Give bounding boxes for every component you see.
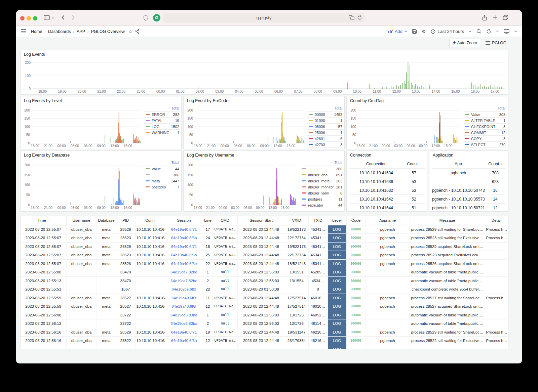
- auto-zoom-button[interactable]: Auto Zoom: [449, 39, 481, 47]
- save-dashboard-icon[interactable]: [412, 29, 417, 34]
- legend-total-header[interactable]: Total: [144, 160, 180, 166]
- legend-item[interactable]: WARNING1: [144, 129, 180, 135]
- refresh-icon[interactable]: [486, 29, 491, 34]
- legend-item[interactable]: LOG1502: [144, 123, 180, 129]
- log-events-chart[interactable]: 010020018:0019:0020:0021:0022:0023:0000:…: [23, 59, 507, 94]
- breadcrumb-app[interactable]: APP: [77, 29, 85, 34]
- new-tab-icon[interactable]: [493, 15, 498, 20]
- legend-item[interactable]: Value44: [144, 166, 180, 172]
- session-link[interactable]: 64e19a40.6f6f: [165, 294, 203, 302]
- column-header[interactable]: App: [432, 162, 485, 166]
- log-column-header[interactable]: Username: [66, 216, 97, 225]
- log-column-header[interactable]: TXID: [308, 216, 328, 225]
- legend-item[interactable]: meta1447: [144, 178, 180, 184]
- legend-item[interactable]: 426016: [307, 135, 343, 141]
- session-link[interactable]: 64e19a40.6f71: [165, 242, 203, 251]
- time-range-picker[interactable]: Last 24 hours: [431, 29, 464, 34]
- legend-item[interactable]: FATAL19: [144, 117, 180, 123]
- share-icon[interactable]: [482, 15, 487, 21]
- add-button[interactable]: Add: [388, 29, 407, 34]
- legend-item[interactable]: 010001: [307, 117, 343, 123]
- legend-item[interactable]: SHOW5: [464, 147, 506, 148]
- log-column-header[interactable]: Code: [346, 216, 366, 225]
- sidebar-chevron-icon[interactable]: [51, 17, 54, 19]
- log-column-header[interactable]: Session: [165, 216, 203, 225]
- by-cmdtag-chart[interactable]: 05010015020018:0021:0000:0003:0006:0009:…: [348, 106, 462, 148]
- legend-total-header[interactable]: Total: [307, 106, 343, 111]
- legend-item[interactable]: ERROR282: [144, 111, 180, 117]
- log-column-header[interactable]: PID: [116, 216, 135, 225]
- column-header-sorted[interactable]: Count ↓: [403, 162, 425, 166]
- legend-item[interactable]: dbuser_view8: [301, 190, 343, 196]
- reload-icon[interactable]: [357, 15, 362, 20]
- translate-icon[interactable]: [349, 15, 354, 20]
- refresh-interval-chevron-icon[interactable]: [496, 30, 499, 33]
- legend-total-header[interactable]: Total: [464, 106, 506, 111]
- legend-item[interactable]: ALTER TABLE1: [464, 117, 506, 123]
- dashboard-settings-icon[interactable]: ⚙: [422, 29, 426, 34]
- legend-item[interactable]: SELECT270: [464, 141, 506, 147]
- session-link[interactable]: 64e19ce3.83ba: [165, 319, 203, 328]
- address-bar[interactable]: g.pigsty: [163, 13, 365, 23]
- favorite-star-icon[interactable]: ☆: [128, 29, 133, 34]
- log-column-header[interactable]: Detail: [485, 216, 508, 225]
- menu-icon[interactable]: [21, 29, 26, 34]
- legend-item[interactable]: 42P011: [307, 147, 343, 148]
- by-username-chart[interactable]: 05010015020018:0021:0000:0003:0006:0009:…: [185, 160, 299, 210]
- session-link[interactable]: 64e102ce.683: [165, 285, 203, 294]
- session-link[interactable]: 64e19a40.6f6e: [165, 259, 203, 268]
- log-column-header[interactable]: CMD: [213, 216, 237, 225]
- column-header-sorted[interactable]: Count ↓: [485, 162, 506, 166]
- forward-button[interactable]: [71, 15, 75, 20]
- session-link[interactable]: 64e19ce3.83ba: [165, 311, 203, 319]
- legend-item[interactable]: dbuser_dba891: [301, 172, 343, 178]
- log-column-header[interactable]: Database: [97, 216, 116, 225]
- legend-item[interactable]: 000001452: [307, 111, 343, 117]
- legend-item[interactable]: postgres7: [144, 184, 180, 190]
- breadcrumb-dashboards[interactable]: Dashboards: [48, 29, 71, 34]
- legend-item[interactable]: dbuser_monitor281: [301, 184, 343, 190]
- session-link[interactable]: 64e19a40.6f6a: [165, 337, 203, 345]
- log-column-header[interactable]: VXID: [285, 216, 308, 225]
- share-dashboard-icon[interactable]: [135, 29, 139, 34]
- zoom-out-icon[interactable]: [476, 29, 482, 34]
- kiosk-mode-icon[interactable]: [504, 29, 509, 34]
- session-link[interactable]: 64e19a40.6f71: [165, 328, 203, 337]
- legend-item[interactable]: CHECKPOINT3: [464, 123, 506, 129]
- legend-item[interactable]: 306: [144, 172, 180, 178]
- legend-item[interactable]: 250061: [307, 129, 343, 135]
- session-link[interactable]: 64e19ca7.82be: [165, 268, 203, 277]
- privacy-shield-icon[interactable]: [143, 15, 148, 21]
- by-errcode-chart[interactable]: 05010015020018:0021:0000:0003:0006:0009:…: [185, 106, 306, 148]
- log-column-header[interactable]: Line: [203, 216, 213, 225]
- log-column-header[interactable]: Level: [328, 216, 346, 225]
- time-range-chevron-icon[interactable]: [469, 30, 472, 33]
- fullscreen-window-button[interactable]: [33, 16, 37, 20]
- legend-item[interactable]: 427033: [307, 141, 343, 147]
- column-header[interactable]: Connection: [349, 162, 403, 166]
- back-button[interactable]: [61, 15, 65, 20]
- sidebar-toggle-icon[interactable]: [44, 15, 50, 20]
- session-link[interactable]: 64e19a40.6f6b: [165, 251, 203, 260]
- log-column-header[interactable]: Message: [410, 216, 485, 225]
- log-column-header[interactable]: Appname: [366, 216, 410, 225]
- log-column-header[interactable]: Conn: [135, 216, 165, 225]
- session-link[interactable]: 64e19a40.6f6b: [165, 234, 203, 243]
- log-column-header[interactable]: Time ↑: [21, 216, 66, 225]
- tab-overview-icon[interactable]: [503, 15, 508, 20]
- session-link[interactable]: [165, 345, 203, 349]
- session-link[interactable]: 64e19ca7.82be: [165, 276, 203, 285]
- grammarly-extension-icon[interactable]: G: [153, 14, 160, 21]
- by-database-chart[interactable]: 05010015020018:0021:0000:0003:0006:0009:…: [22, 160, 143, 210]
- legend-total-header[interactable]: Total: [301, 160, 343, 166]
- legend-item[interactable]: 0800657: [307, 123, 343, 129]
- breadcrumb-home[interactable]: Home: [31, 29, 42, 34]
- legend-item[interactable]: dbuser_meta263: [301, 178, 343, 184]
- legend-item[interactable]: 306: [301, 166, 343, 172]
- log-column-header[interactable]: Session Start: [237, 216, 285, 225]
- minimize-window-button[interactable]: [27, 16, 31, 20]
- legend-item[interactable]: Value303: [464, 111, 506, 117]
- legend-item[interactable]: COMMIT12: [464, 129, 506, 135]
- legend-item[interactable]: replicator44: [301, 202, 343, 208]
- close-window-button[interactable]: [20, 16, 25, 20]
